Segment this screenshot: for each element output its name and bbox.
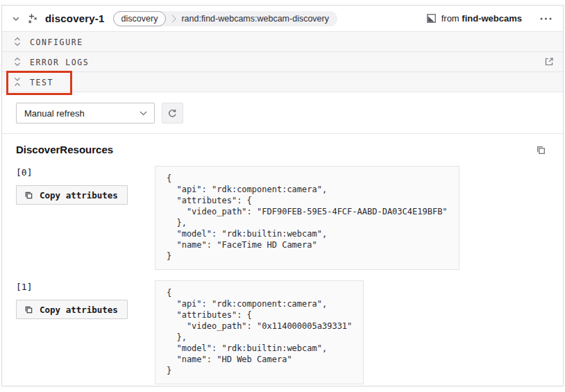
module-source-link[interactable]: from find-webcams [427, 13, 522, 24]
open-external-icon[interactable] [544, 57, 554, 67]
component-card: discovery-1 discovery rand:find-webcams:… [1, 5, 564, 386]
component-title: discovery-1 [45, 12, 105, 24]
result-item: [1] Copy attributes { "api": "rdk:compon… [16, 280, 549, 384]
result-meta: [0] Copy attributes [16, 166, 155, 205]
breadcrumb-chevron-icon [171, 14, 176, 24]
unfold-more-icon [14, 37, 21, 46]
chevron-down-icon [140, 111, 147, 116]
results-title: DiscoverResources [16, 144, 113, 155]
module-icon [427, 14, 436, 23]
copy-attributes-button[interactable]: Copy attributes [16, 300, 128, 319]
copy-results-icon[interactable] [534, 144, 548, 157]
copy-attributes-label: Copy attributes [40, 190, 118, 201]
result-index-label: [1] [16, 282, 155, 292]
copy-attributes-label: Copy attributes [40, 305, 118, 315]
refresh-mode-select-value: Manual refresh [24, 108, 85, 119]
unfold-more-icon [14, 57, 21, 67]
section-header-test[interactable]: TEST [2, 72, 563, 92]
unfold-less-icon [14, 77, 21, 87]
refresh-icon [167, 108, 178, 119]
discovery-sparkle-icon [27, 13, 38, 24]
card-header: discovery-1 discovery rand:find-webcams:… [2, 6, 563, 32]
result-json-block: { "api": "rdk:component:camera", "attrib… [155, 280, 364, 384]
component-model-badge: rand:find-webcams:webcam-discovery [181, 14, 329, 24]
component-breadcrumb: discovery rand:find-webcams:webcam-disco… [113, 11, 337, 26]
copy-attributes-button[interactable]: Copy attributes [16, 185, 128, 205]
result-item: [0] Copy attributes { "api": "rdk:compon… [16, 166, 549, 270]
test-controls-row: Manual refresh [2, 92, 563, 134]
collapse-card-chevron-down-icon[interactable] [12, 15, 20, 23]
section-label-error-logs: ERROR LOGS [30, 57, 89, 67]
module-name: find-webcams [462, 13, 522, 24]
result-json-block: { "api": "rdk:component:camera", "attrib… [155, 166, 459, 270]
section-label-configure: CONFIGURE [30, 37, 83, 47]
section-header-configure[interactable]: CONFIGURE [2, 32, 563, 52]
module-from-label: from find-webcams [441, 13, 522, 24]
component-type-badge: discovery [113, 11, 167, 26]
result-meta: [1] Copy attributes [16, 280, 155, 319]
discover-results-panel: DiscoverResources [0] [2, 134, 563, 386]
refresh-mode-select[interactable]: Manual refresh [16, 103, 155, 123]
refresh-button[interactable] [162, 103, 183, 123]
copy-icon [24, 305, 33, 314]
copy-icon [24, 191, 33, 200]
section-label-test: TEST [30, 77, 53, 87]
card-menu-ellipsis-icon[interactable] [539, 15, 553, 23]
section-header-error-logs[interactable]: ERROR LOGS [2, 52, 563, 72]
results-header: DiscoverResources [16, 144, 549, 157]
result-index-label: [0] [16, 167, 155, 178]
